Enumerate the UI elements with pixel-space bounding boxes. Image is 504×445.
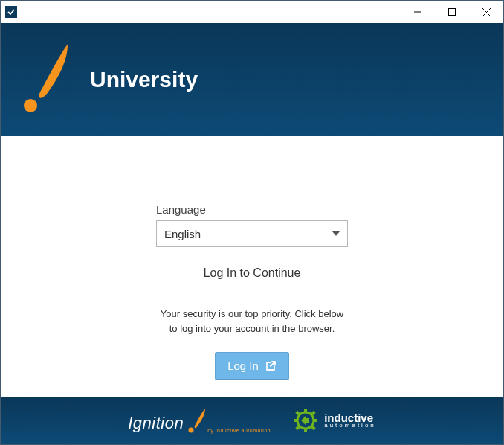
svg-rect-8 [304,429,307,432]
ignition-mark-icon [187,408,206,433]
language-value: English [164,228,201,240]
inductive-logo: inductive automation [293,408,376,433]
titlebar [1,1,503,23]
main-content: Language English Log In to Continue Your… [1,136,503,397]
window-controls [401,1,503,23]
ignition-logo: Ignition by inductive automation [128,408,271,433]
ignition-brand-text: Ignition [128,414,184,433]
maximize-button[interactable] [435,1,469,23]
app-logo-icon [16,43,69,116]
header: University [1,23,503,136]
app-icon [5,6,17,18]
security-line-1: Your security is our top priority. Click… [140,307,364,321]
inductive-gear-icon [293,408,318,433]
language-label: Language [156,203,348,216]
page-title: University [90,67,198,92]
footer: Ignition by inductive automation inducti… [1,397,503,444]
svg-point-4 [24,99,37,112]
language-block: Language English [156,203,348,247]
login-button[interactable]: Log In [215,352,289,380]
external-link-icon [265,360,277,372]
security-line-2: to log into your account in the browser. [140,321,364,336]
inductive-line-2: automation [324,423,376,428]
inductive-line-1: inductive [324,413,376,423]
svg-rect-7 [304,409,307,412]
minimize-button[interactable] [401,1,435,23]
svg-rect-1 [449,9,456,16]
ignition-subtext: by inductive automation [207,428,271,433]
login-subtitle: Log In to Continue [204,266,301,280]
login-button-label: Log In [227,359,259,372]
inductive-brand-text: inductive automation [324,413,376,429]
security-text: Your security is our top priority. Click… [140,307,364,336]
svg-rect-10 [314,419,317,422]
svg-point-5 [189,428,194,433]
language-select[interactable]: English [156,220,348,247]
svg-rect-9 [294,419,297,422]
chevron-down-icon [332,231,340,236]
close-button[interactable] [469,1,503,23]
